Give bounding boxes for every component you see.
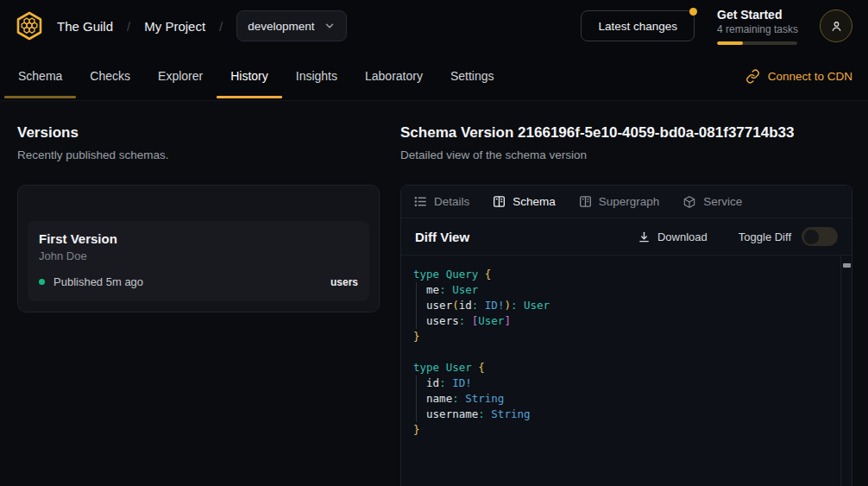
versions-panel: Versions Recently published schemas. Fir…	[17, 123, 380, 486]
tab-explorer[interactable]: Explorer	[144, 52, 217, 100]
toggle-diff-switch[interactable]	[802, 227, 838, 246]
target-select[interactable]: development	[236, 10, 346, 41]
detail-tab-service[interactable]: Service	[682, 195, 742, 209]
chevron-down-icon	[324, 20, 336, 32]
code-line: type User {	[413, 360, 831, 376]
box-icon	[682, 195, 696, 209]
tab-settings[interactable]: Settings	[437, 52, 508, 100]
latest-changes-label: Latest changes	[598, 20, 677, 33]
code-line: username: String	[413, 407, 831, 422]
connect-to-cdn-label: Connect to CDN	[768, 70, 852, 83]
code-line: name: String	[413, 391, 831, 407]
schema-code-container: type Query { me: User user(id: ID!): Use…	[401, 256, 852, 486]
indent-guide	[416, 282, 417, 329]
code-line: id: ID!	[413, 376, 831, 391]
org-name: The Guild	[57, 19, 113, 34]
tab-history[interactable]: History	[217, 52, 282, 100]
diff-view-title: Diff View	[415, 230, 469, 244]
versions-title: Versions	[17, 123, 380, 142]
versions-card: First Version John Doe Published 5m ago …	[17, 185, 380, 312]
tab-schema[interactable]: Schema	[4, 52, 76, 100]
version-list-item[interactable]: First Version John Doe Published 5m ago …	[28, 221, 369, 301]
tab-checks[interactable]: Checks	[76, 52, 144, 100]
code-line: me: User	[413, 282, 831, 298]
detail-tab-schema[interactable]: Schema	[493, 195, 556, 208]
code-view: type Query { me: User user(id: ID!): Use…	[401, 256, 852, 438]
version-author: John Doe	[39, 249, 358, 262]
columns-icon	[579, 195, 592, 208]
notification-dot	[689, 8, 697, 16]
columns-icon	[493, 195, 506, 208]
detail-subtitle: Detailed view of the schema version	[400, 148, 852, 161]
code-line	[413, 344, 831, 360]
get-started-progress-fill	[717, 41, 743, 45]
tab-laboratory[interactable]: Laboratory	[351, 52, 437, 100]
detail-tab-label: Schema	[513, 195, 556, 208]
latest-changes-button[interactable]: Latest changes	[581, 10, 695, 41]
list-icon	[414, 195, 427, 208]
version-name: First Version	[39, 231, 358, 246]
user-avatar-button[interactable]	[820, 9, 852, 42]
person-icon	[829, 19, 844, 34]
toggle-knob	[804, 230, 819, 244]
link-icon	[745, 69, 760, 84]
download-button[interactable]: Download	[638, 230, 708, 243]
download-label: Download	[657, 230, 708, 243]
toggle-diff-label: Toggle Diff	[739, 230, 791, 243]
version-status: Published 5m ago	[53, 275, 143, 288]
indent-guide	[416, 376, 417, 422]
tab-insights[interactable]: Insights	[282, 52, 351, 100]
code-line: type Query {	[413, 267, 831, 282]
detail-tabs: DetailsSchemaSupergraphService	[401, 186, 852, 218]
get-started-subtitle: 4 remaining tasks	[717, 23, 797, 35]
code-line: }	[413, 329, 831, 344]
get-started-progressbar	[717, 41, 797, 45]
service-badge: users	[330, 276, 358, 288]
top-bar: The Guild / My Project / development Lat…	[0, 0, 868, 52]
schema-version-detail: Schema Version 2166196f-5e10-4059-bd0a-0…	[400, 123, 852, 486]
primary-tabs: SchemaChecksExplorerHistoryInsightsLabor…	[4, 52, 508, 100]
hive-logo-icon	[14, 10, 45, 41]
main-content: Versions Recently published schemas. Fir…	[0, 101, 868, 486]
code-scrollbar-thumb[interactable]	[843, 263, 851, 268]
code-line: }	[413, 422, 831, 438]
detail-tab-details[interactable]: Details	[414, 195, 469, 208]
detail-tab-label: Service	[703, 195, 742, 208]
versions-subtitle: Recently published schemas.	[17, 148, 380, 161]
primary-nav: SchemaChecksExplorerHistoryInsightsLabor…	[0, 52, 868, 101]
detail-tab-label: Supergraph	[599, 195, 660, 208]
detail-title: Schema Version 2166196f-5e10-4059-bd0a-0…	[400, 123, 852, 142]
download-icon	[638, 230, 651, 243]
code-line: users: [User]	[413, 313, 831, 329]
get-started-widget[interactable]: Get Started 4 remaining tasks	[717, 8, 797, 45]
code-line: user(id: ID!): User	[413, 298, 831, 313]
diff-toolbar: Diff View Download Toggle Diff	[401, 218, 852, 256]
get-started-title: Get Started	[717, 8, 797, 22]
detail-tab-supergraph[interactable]: Supergraph	[579, 195, 660, 208]
target-select-value: development	[248, 20, 314, 33]
breadcrumb-separator: /	[219, 19, 223, 34]
code-scrollbar	[840, 256, 852, 486]
detail-tab-label: Details	[434, 195, 469, 208]
connect-to-cdn-button[interactable]: Connect to CDN	[745, 52, 852, 100]
published-status-dot	[39, 279, 45, 285]
brand-home-link[interactable]: The Guild	[14, 10, 113, 41]
breadcrumb-separator: /	[127, 19, 130, 34]
detail-card: DetailsSchemaSupergraphService Diff View…	[400, 185, 852, 486]
breadcrumb-project[interactable]: My Project	[144, 19, 205, 34]
